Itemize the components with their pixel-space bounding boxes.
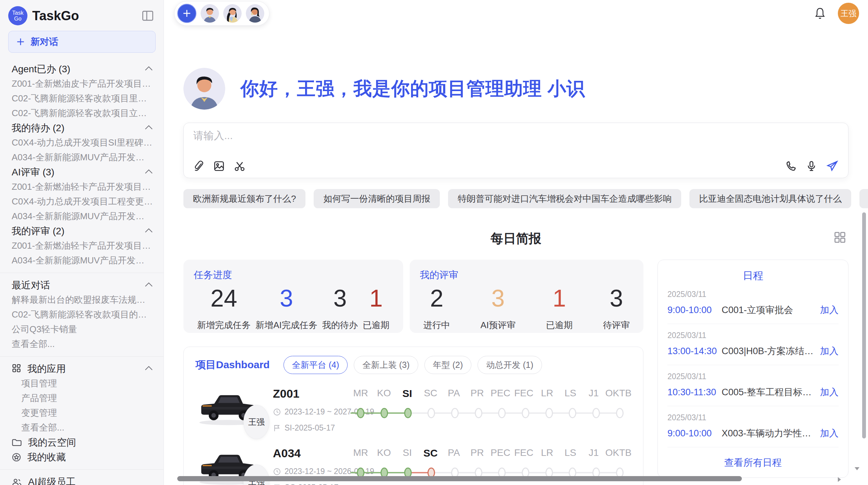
schedule-item: 2025/03/119:00-10:00X003-车辆动力学性能验...加入 (667, 406, 839, 447)
sidebar-section-header-3[interactable]: 我的评审 (2) (0, 224, 164, 238)
milestone-label: PR (466, 388, 489, 399)
scroll-down-arrow-icon[interactable] (854, 465, 860, 473)
milestone-label: SC (419, 447, 442, 459)
schedule-card: 日程 2025/03/119:00-10:00C001-立项审批会加入2025/… (658, 260, 848, 478)
milestone-dot-cell (490, 405, 514, 421)
suggestion-chip[interactable]: 比亚迪全固态电池计划具体说了什么 (689, 189, 851, 208)
sidebar-link-folder[interactable]: 我的云空间 (0, 435, 164, 450)
mic-icon[interactable] (806, 160, 817, 172)
my-apps-header[interactable]: 我的应用 (0, 361, 164, 376)
sidebar-item[interactable]: C02-飞腾新能源轻客改款项目里程碑画布 (0, 91, 164, 106)
milestone-dot-cell (396, 405, 420, 421)
sidebar-item[interactable]: C02-飞腾新能源轻客改款项目立项汇报方案 (0, 106, 164, 121)
sidebar-item[interactable]: A034-全新新能源MUV产品开发项目计划变更表编写 (0, 150, 164, 165)
section-title: AI评审 (3) (12, 166, 54, 179)
task-progress-title: 任务进度 (194, 269, 393, 282)
chevron-up-icon[interactable] (144, 169, 153, 176)
app-item[interactable]: 产品管理 (0, 391, 164, 406)
dashboard-filter-pill[interactable]: 全新上装 (3) (354, 356, 418, 374)
sidebar-item[interactable]: Z001-全新燃油轻卡产品开发项目SI造型提交物评审 (0, 179, 164, 194)
dashboard-filter-pill[interactable]: 动总开发 (1) (478, 356, 542, 374)
chevron-up-icon[interactable] (144, 125, 153, 132)
join-meeting-link[interactable]: 加入 (816, 427, 839, 439)
attachment-icon[interactable] (193, 160, 204, 172)
sidebar-item[interactable]: C0X4-动力总成开发项目工程变更评审 (0, 194, 164, 209)
suggestion-chip[interactable]: 当下年轻人对汽车外观有怎样的喜好趋势 (859, 189, 868, 208)
new-chat-label: 新对话 (31, 36, 58, 48)
app-item[interactable]: 项目管理 (0, 376, 164, 391)
chevron-up-icon[interactable] (144, 228, 153, 235)
sidebar: Task Go TaskGo 新对话 Agent已办 (3)Z001-全新燃油皮… (0, 0, 164, 485)
horizontal-scrollbar[interactable] (177, 476, 742, 481)
recent-chat-item[interactable]: 公司Q3轻卡销量 (0, 322, 164, 337)
project-dates: 2023-12-19 ~ 2026-01-19 (273, 467, 349, 476)
flag-icon (273, 424, 281, 432)
dashboard-filter-pill[interactable]: 年型 (2) (424, 356, 472, 374)
suggestion-chip[interactable]: 特朗普可能对进口汽车增税会对中国车企造成哪些影响 (448, 189, 681, 208)
sidebar-tool-label: AI超级员工 (28, 475, 75, 485)
image-icon[interactable] (213, 160, 225, 172)
layout-grid-icon[interactable] (833, 231, 846, 244)
schedule-item: 2025/03/1110:30-11:30C005-整车工程目标评审加入 (667, 365, 839, 406)
milestone-dot-cell (514, 405, 538, 421)
milestone-label: OKTB (605, 388, 631, 399)
sidebar-section-header-2[interactable]: AI评审 (3) (0, 165, 164, 179)
recent-chat-item[interactable]: 解释最新出台的欧盟报废车法规再生塑料比例被调至15%... (0, 293, 164, 307)
vertical-scrollbar[interactable] (862, 212, 866, 438)
sidebar-link-star-circle[interactable]: 我的收藏 (0, 450, 164, 464)
sidebar-item[interactable]: Z001-全新燃油轻卡产品开发项目SI节点属性5D文件评审 (0, 238, 164, 253)
milestone-label: MR (349, 447, 372, 459)
member-avatar-2[interactable] (223, 4, 242, 23)
milestone-label: OKTB (605, 447, 631, 459)
sidebar-tool-people[interactable]: AI超级员工 (0, 474, 164, 485)
sidebar-item[interactable]: C0X4-动力总成开发项目SI里程碑提交物检查 (0, 135, 164, 150)
notifications-bell-icon[interactable] (814, 7, 826, 20)
chevron-up-icon[interactable] (144, 282, 153, 289)
member-avatar-1[interactable] (201, 4, 219, 23)
sidebar-item[interactable]: A034-全新新能源MUV产品开发项目造型可行性评审 (0, 253, 164, 268)
sidebar-section-header-1[interactable]: 我的待办 (2) (0, 121, 164, 135)
milestone-dot-fec (522, 408, 529, 418)
scissors-icon[interactable] (234, 160, 245, 172)
recent-view-all-link[interactable]: 查看全部... (0, 337, 164, 351)
recent-chat-item[interactable]: C02-飞腾新能源轻客改款项目的闭环通告反馈情况 (0, 307, 164, 322)
view-all-schedule-link[interactable]: 查看所有日程 (667, 456, 839, 469)
schedule-time: 13:00-14:30 (667, 346, 722, 357)
schedule-time: 9:00-10:00 (667, 428, 722, 439)
scroll-right-arrow-icon[interactable] (836, 476, 843, 484)
phone-icon[interactable] (785, 160, 797, 172)
join-meeting-link[interactable]: 加入 (816, 386, 839, 398)
dashboard-filter-pill[interactable]: 全新平台 (4) (284, 356, 348, 374)
milestone-dot-pa (451, 408, 459, 418)
join-meeting-link[interactable]: 加入 (816, 304, 839, 316)
project-row: 王强Z0012023-12-19 ~ 2027-01-19SI-2025-05-… (195, 386, 631, 434)
recent-chats-header[interactable]: 最近对话 (0, 278, 164, 293)
join-meeting-link[interactable]: 加入 (816, 345, 839, 357)
milestone-label: PA (442, 447, 466, 459)
chevron-up-icon[interactable] (144, 365, 153, 372)
sidebar-item[interactable]: A034-全新新能源MUV产品开发项目法规符合性评审 (0, 209, 164, 224)
stat-value: 3 (333, 286, 347, 310)
schedule-main-row: 10:30-11:30C005-整车工程目标评审加入 (667, 386, 839, 398)
member-avatar-3[interactable] (246, 4, 264, 23)
sidebar-section-header-0[interactable]: Agent已办 (3) (0, 62, 164, 76)
user-avatar[interactable]: 王强 (838, 3, 859, 24)
milestone-dot-cell (537, 405, 561, 421)
app-item[interactable]: 变更管理 (0, 406, 164, 420)
milestone-label: KO (372, 447, 396, 459)
suggestion-chip[interactable]: 如何写一份清晰的项目周报 (314, 189, 440, 208)
stat-label: 已逾期 (363, 319, 389, 331)
schedule-time: 10:30-11:30 (667, 387, 722, 398)
collapse-sidebar-icon[interactable] (142, 10, 154, 21)
milestone-label: FEC (512, 388, 535, 399)
send-icon[interactable] (826, 160, 839, 172)
add-member-button[interactable] (177, 4, 196, 23)
sidebar-item[interactable]: Z001-全新燃油皮卡产品开发项目SI节点Lesson Learn报告 (0, 76, 164, 91)
clock-icon (273, 408, 281, 416)
apps-view-all-link[interactable]: 查看全部... (0, 420, 164, 435)
chat-input[interactable] (193, 130, 839, 141)
new-chat-button[interactable]: 新对话 (8, 31, 156, 53)
schedule-date: 2025/03/11 (667, 290, 839, 299)
chevron-up-icon[interactable] (144, 66, 153, 73)
suggestion-chip[interactable]: 欧洲新规最近颁布了什么? (183, 189, 305, 208)
